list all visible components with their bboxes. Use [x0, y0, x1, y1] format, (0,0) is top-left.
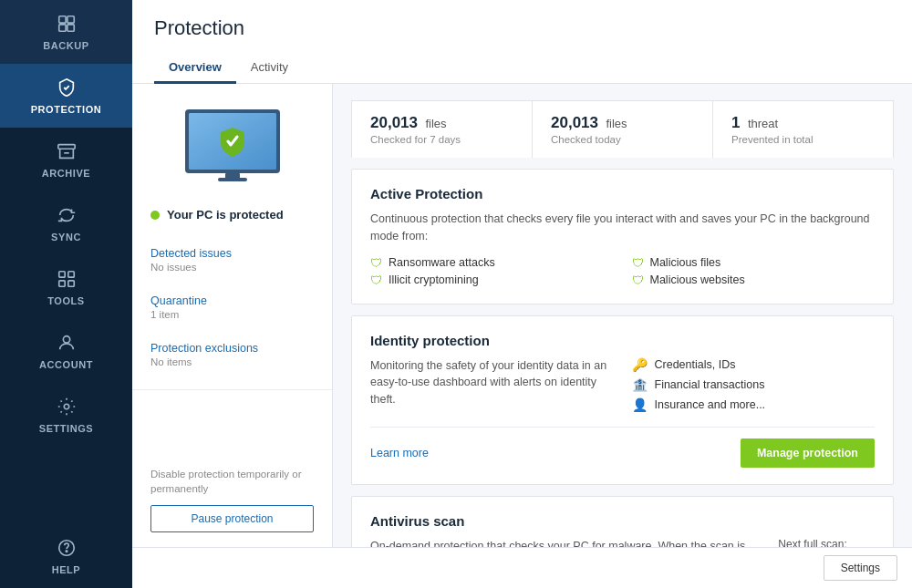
svg-rect-0 — [58, 16, 65, 23]
svg-rect-7 — [58, 281, 64, 286]
feature-malicious-files: 🛡 Malicious files — [632, 256, 876, 270]
svg-point-9 — [63, 336, 69, 343]
antivirus-title: Antivirus scan — [370, 513, 875, 529]
antivirus-card: Antivirus scan On-demand protection that… — [351, 496, 894, 548]
identity-feature-insurance: 👤 Insurance and more... — [632, 397, 876, 412]
stat-7days-label: Checked for 7 days — [370, 134, 513, 145]
identity-body: Monitoring the safety of your identity d… — [370, 357, 875, 412]
sidebar-item-archive[interactable]: ARCHIVE — [0, 128, 132, 191]
monitor-image — [132, 102, 332, 193]
exclusions-sub: No items — [150, 356, 314, 367]
bank-icon: 🏦 — [632, 377, 648, 392]
stat-threats-number: 1 — [731, 114, 740, 131]
sidebar-item-settings[interactable]: SETTINGS — [0, 383, 132, 447]
feature-ransomware: 🛡 Ransomware attacks — [370, 256, 614, 270]
sidebar-item-account[interactable]: ACCOUNT — [0, 319, 132, 383]
svg-rect-17 — [218, 178, 247, 181]
status-dot — [150, 211, 160, 220]
sidebar-item-sync[interactable]: SYNC — [0, 191, 132, 255]
svg-point-12 — [66, 551, 67, 552]
svg-rect-8 — [67, 281, 73, 286]
status-badge: Your PC is protected — [132, 208, 332, 222]
stat-today-unit: files — [606, 117, 627, 130]
sidebar-item-protection[interactable]: PROTECTION — [0, 64, 132, 128]
divider — [132, 389, 332, 390]
svg-rect-2 — [58, 25, 65, 31]
content-area: Your PC is protected Detected issues No … — [132, 84, 912, 547]
learn-more-link[interactable]: Learn more — [370, 447, 429, 459]
detected-issues-link[interactable]: Detected issues — [150, 247, 314, 260]
identity-feature-insurance-label: Insurance and more... — [655, 398, 766, 411]
feature-ransomware-label: Ransomware attacks — [389, 256, 495, 269]
stat-threats-unit: threat — [748, 117, 778, 130]
quarantine-link[interactable]: Quarantine — [150, 294, 314, 307]
sidebar-item-backup[interactable]: BACKUP — [0, 0, 132, 64]
sidebar-label-archive: ARCHIVE — [42, 168, 90, 179]
identity-protection-card: Identity protection Monitoring the safet… — [351, 315, 894, 485]
main-content: Protection Overview Activity — [132, 0, 912, 588]
tools-icon — [56, 268, 78, 290]
svg-rect-6 — [67, 272, 73, 277]
person-icon: 👤 — [632, 397, 648, 412]
stat-today-label: Checked today — [551, 134, 694, 145]
svg-rect-5 — [58, 272, 64, 277]
settings-icon — [56, 396, 78, 418]
page-header: Protection Overview Activity — [132, 0, 912, 84]
settings-button[interactable]: Settings — [824, 555, 897, 581]
svg-rect-4 — [57, 145, 74, 150]
page-title: Protection — [154, 16, 890, 40]
exclusions-link[interactable]: Protection exclusions — [150, 342, 314, 355]
feature-malicious-websites: 🛡 Malicious websites — [632, 273, 876, 287]
active-protection-title: Active Protection — [370, 186, 875, 201]
shield-icon-cryptomining: 🛡 — [370, 273, 382, 287]
shield-icon-ransomware: 🛡 — [370, 256, 382, 270]
detected-issues-section: Detected issues No issues — [132, 240, 332, 287]
stat-threats-label: Prevented in total — [731, 134, 875, 145]
sidebar-label-help: HELP — [52, 564, 81, 575]
svg-point-10 — [64, 404, 69, 409]
detected-issues-sub: No issues — [150, 262, 314, 273]
identity-card-footer: Learn more Manage protection — [370, 427, 875, 468]
sidebar-label-tools: TOOLS — [47, 295, 84, 306]
identity-features: 🔑 Credentials, IDs 🏦 Financial transacti… — [632, 357, 876, 412]
pause-description: Disable protection temporarily or perman… — [132, 467, 332, 496]
quarantine-sub: 1 item — [150, 309, 314, 320]
key-icon: 🔑 — [632, 357, 648, 372]
next-scan-label: Next full scan: — [778, 538, 875, 548]
tab-bar: Overview Activity — [154, 53, 890, 83]
bottom-bar: Settings — [132, 547, 912, 588]
stats-row: 20,013 files Checked for 7 days 20,013 f… — [351, 100, 894, 158]
backup-icon — [56, 13, 78, 35]
sidebar-label-settings: SETTINGS — [39, 423, 93, 434]
stat-7days-unit: files — [425, 117, 446, 130]
archive-icon — [56, 140, 78, 162]
sidebar-label-backup: BACKUP — [43, 40, 88, 51]
identity-feature-credentials-label: Credentials, IDs — [655, 358, 736, 371]
sync-icon — [56, 204, 78, 226]
status-text: Your PC is protected — [167, 208, 284, 222]
exclusions-section: Protection exclusions No items — [132, 335, 332, 382]
sidebar-label-sync: SYNC — [51, 232, 81, 242]
identity-feature-financial: 🏦 Financial transactions — [632, 377, 876, 392]
next-scan-info: Next full scan: 9/22/23 at 6:00 PM — [778, 538, 875, 548]
identity-feature-financial-label: Financial transactions — [655, 378, 765, 391]
help-icon — [56, 537, 78, 559]
svg-rect-3 — [67, 25, 73, 31]
sidebar-item-tools[interactable]: TOOLS — [0, 255, 132, 319]
feature-malicious-websites-label: Malicious websites — [650, 273, 745, 286]
manage-protection-button[interactable]: Manage protection — [741, 438, 875, 468]
account-icon — [56, 332, 78, 354]
feature-cryptomining-label: Illicit cryptomining — [389, 273, 479, 286]
svg-rect-1 — [67, 16, 73, 23]
tab-activity[interactable]: Activity — [236, 53, 303, 84]
right-panel: 20,013 files Checked for 7 days 20,013 f… — [333, 84, 912, 547]
pause-protection-button[interactable]: Pause protection — [150, 505, 314, 532]
sidebar-item-help[interactable]: HELP — [0, 524, 132, 588]
active-protection-card: Active Protection Continuous protection … — [351, 169, 894, 304]
identity-desc: Monitoring the safety of your identity d… — [370, 357, 614, 412]
shield-icon-malicious-files: 🛡 — [632, 256, 644, 270]
left-panel: Your PC is protected Detected issues No … — [132, 84, 333, 547]
stat-7days-number: 20,013 — [370, 114, 418, 131]
stat-7days: 20,013 files Checked for 7 days — [352, 101, 533, 158]
tab-overview[interactable]: Overview — [154, 53, 236, 84]
